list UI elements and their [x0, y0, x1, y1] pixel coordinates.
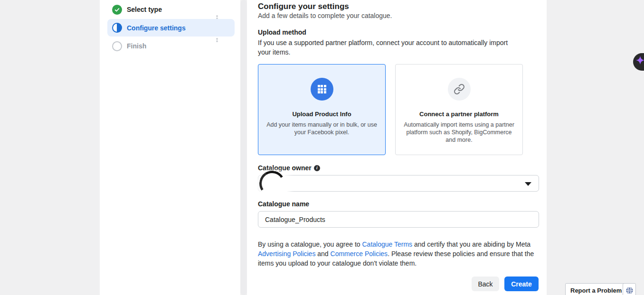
upload-product-info-card[interactable]: Upload Product Info Add your items manua… — [258, 64, 386, 155]
catalogue-terms-link[interactable]: Catalogue Terms — [362, 240, 412, 248]
upload-method-options: Upload Product Info Add your items manua… — [258, 64, 523, 155]
report-a-problem-button[interactable]: Report a Problem — [565, 283, 627, 295]
advertising-policies-link[interactable]: Advertising Policies — [258, 250, 315, 258]
language-globe-button[interactable] — [623, 283, 636, 295]
catalogue-owner-select[interactable] — [258, 175, 539, 192]
step-upcoming-icon — [112, 41, 122, 51]
grid-icon — [311, 78, 333, 101]
catalogue-owner-label-text: Catalogue owner — [258, 164, 312, 172]
step-complete-check-icon — [112, 5, 122, 15]
step-finish[interactable]: Finish — [112, 40, 231, 52]
legal-text: By using a catalogue, you agree to Catal… — [258, 240, 538, 268]
catalogue-name-input[interactable] — [258, 211, 539, 228]
sparkles-icon — [635, 55, 644, 69]
card-description: Add your items manually or in bulk, or u… — [265, 121, 379, 136]
upload-method-description: If you use a supported partner platform,… — [258, 38, 517, 57]
wizard-steps-sidebar: Select type Configure settings Finish — [100, 0, 240, 295]
legal-text-segment: and — [315, 250, 330, 258]
catalogue-owner-label: Catalogue owner i — [258, 164, 320, 172]
page-subtitle: Add a few details to complete your catal… — [258, 12, 392, 19]
scrollbar-track[interactable] — [240, 0, 247, 295]
create-button[interactable]: Create — [504, 277, 539, 291]
link-icon — [448, 78, 471, 101]
catalogue-name-label: Catalogue name — [258, 200, 309, 208]
back-button[interactable]: Back — [472, 277, 499, 291]
upload-method-label: Upload method — [258, 28, 306, 36]
legal-text-segment: and certify that you are abiding by Meta — [412, 240, 530, 248]
legal-text-segment: By using a catalogue, you agree to — [258, 240, 362, 248]
step-label: Configure settings — [127, 24, 186, 32]
card-title: Upload Product Info — [292, 111, 351, 118]
commerce-policies-link[interactable]: Commerce Policies — [331, 250, 388, 258]
card-title: Connect a partner platform — [419, 111, 499, 118]
card-description: Automatically import items using a partn… — [403, 121, 516, 144]
step-label: Finish — [127, 42, 146, 50]
globe-icon — [625, 286, 634, 295]
step-connector-dot — [216, 15, 218, 17]
form-actions: Back Create — [472, 277, 539, 291]
step-select-type[interactable]: Select type — [112, 3, 231, 16]
step-in-progress-icon — [112, 23, 122, 33]
page-title: Configure your settings — [258, 2, 349, 11]
meta-ai-button[interactable] — [633, 53, 644, 71]
connect-partner-platform-card[interactable]: Connect a partner platform Automatically… — [395, 64, 523, 155]
info-icon[interactable]: i — [314, 165, 320, 171]
chevron-down-icon — [525, 182, 531, 186]
configure-settings-panel: Configure your settings Add a few detail… — [247, 0, 547, 295]
step-configure-settings[interactable]: Configure settings — [107, 19, 235, 37]
step-label: Select type — [127, 6, 162, 13]
